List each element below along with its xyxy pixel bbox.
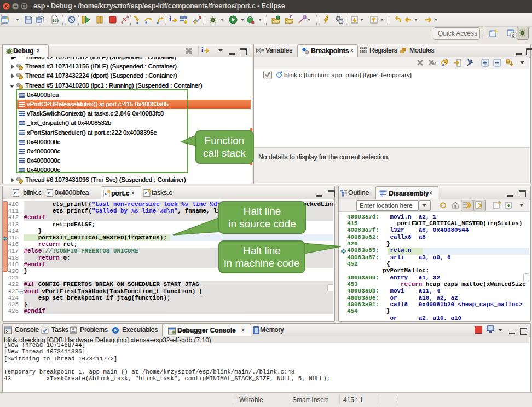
svg-text:c: c bbox=[105, 191, 107, 196]
svg-text:C: C bbox=[512, 33, 514, 38]
svg-text:c: c bbox=[48, 190, 50, 196]
svg-text:c: c bbox=[14, 190, 16, 196]
svg-text:010: 010 bbox=[52, 19, 59, 23]
svg-text:c: c bbox=[145, 190, 147, 196]
